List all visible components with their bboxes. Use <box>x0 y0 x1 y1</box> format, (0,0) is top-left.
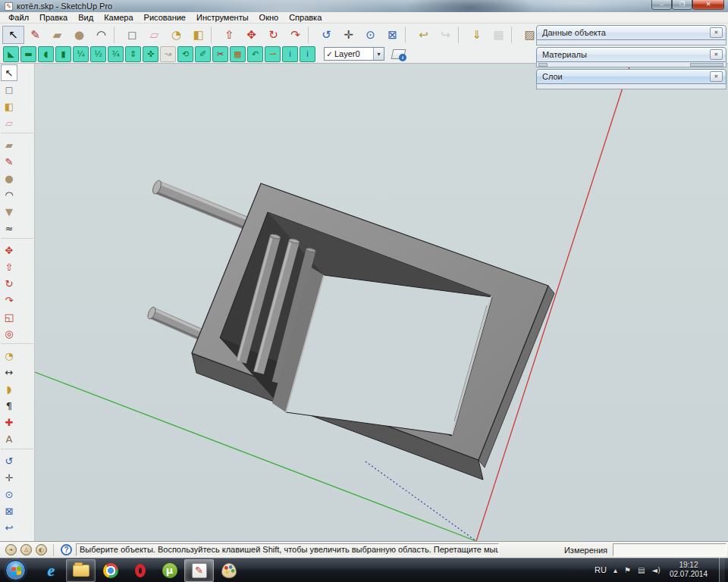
line-tool[interactable]: ✎ <box>24 26 46 44</box>
rectangle-tool[interactable]: ▰ <box>46 26 68 44</box>
plugin-wedge-tool[interactable]: ◣ <box>3 46 19 62</box>
menu-camera[interactable]: Камера <box>99 12 138 23</box>
text-tool[interactable]: ¶ <box>1 397 17 414</box>
push-pull-tool[interactable]: ⇧ <box>218 26 240 44</box>
dimension-tool[interactable]: ↔ <box>1 364 17 380</box>
taskbar-chrome-button[interactable] <box>96 559 125 582</box>
zoom-tool[interactable]: ⊙ <box>359 26 381 44</box>
close-icon[interactable]: ✕ <box>710 49 723 60</box>
plugin-quarter-tool[interactable]: ¼ <box>73 46 89 62</box>
pan-tool[interactable]: ✛ <box>1 469 17 486</box>
circle-tool[interactable]: ● <box>68 26 90 44</box>
move-tool[interactable]: ✥ <box>240 26 262 44</box>
credits-status-icon[interactable]: ♙ <box>20 544 32 555</box>
plugin-swirl-tool[interactable]: ↝ <box>160 46 176 62</box>
plugin-rotate-box-tool[interactable]: ⟲ <box>177 46 193 62</box>
close-button[interactable]: ✕ <box>692 0 724 10</box>
push-pull-tool[interactable]: ⇧ <box>1 258 17 275</box>
next-view-button[interactable]: ↪ <box>435 26 457 44</box>
scale-tool[interactable]: ◱ <box>1 308 17 325</box>
arc-tool[interactable]: ◠ <box>90 26 112 44</box>
plugin-undo-tool[interactable]: ↶ <box>247 46 263 62</box>
menu-file[interactable]: Файл <box>3 12 34 23</box>
language-indicator[interactable]: RU <box>595 565 607 574</box>
rotate-tool[interactable]: ↻ <box>262 26 284 44</box>
volume-icon[interactable]: ◄) <box>651 566 661 574</box>
plugin-half-cylinder-tool[interactable]: ◖ <box>38 46 54 62</box>
menu-draw[interactable]: Рисование <box>139 12 191 23</box>
taskbar-ie-button[interactable]: e <box>36 559 66 582</box>
close-icon[interactable]: ✕ <box>710 71 723 82</box>
eraser-tool[interactable]: ▱ <box>1 114 17 131</box>
move-tool[interactable]: ✥ <box>1 242 17 258</box>
rotate-tool[interactable]: ↻ <box>1 275 17 292</box>
measurements-input[interactable] <box>613 543 726 556</box>
minimize-button[interactable]: – <box>651 0 672 10</box>
chevron-down-icon[interactable]: ▾ <box>373 48 384 60</box>
layer-dropdown[interactable]: ✓ Layer0 ▾ <box>324 47 384 61</box>
offset-tool[interactable]: ↷ <box>284 26 306 44</box>
menu-edit[interactable]: Правка <box>34 12 73 23</box>
menu-help[interactable]: Справка <box>284 12 327 23</box>
arc-tool[interactable]: ◠ <box>1 186 17 203</box>
follow-me-tool[interactable]: ↷ <box>1 292 17 308</box>
taskbar-explorer-button[interactable] <box>66 559 96 582</box>
panel-title-bar[interactable]: Материалы ✕ <box>536 47 726 62</box>
tape-measure-tool[interactable]: ◔ <box>165 26 187 44</box>
plugin-bar-tool[interactable]: ▮ <box>55 46 71 62</box>
taskbar-opera-button[interactable] <box>125 559 155 582</box>
zoom-previous-tool[interactable]: ↩ <box>1 519 17 536</box>
paint-bucket-tool[interactable]: ◧ <box>187 26 209 44</box>
select-tool[interactable]: ↖ <box>2 26 24 44</box>
plugin-info-b-tool[interactable]: i <box>300 46 315 62</box>
plugin-info-a-tool[interactable]: i <box>282 46 298 62</box>
taskbar-sketchup-button[interactable]: ✎ <box>184 559 214 582</box>
taskbar-paint-button[interactable] <box>214 559 243 582</box>
offset-tool[interactable]: ◎ <box>1 325 17 342</box>
previous-view-button[interactable]: ↩ <box>413 26 435 44</box>
show-desktop-button[interactable] <box>719 558 725 582</box>
network-icon[interactable]: ▤ <box>638 566 645 574</box>
help-icon[interactable]: ? <box>61 544 72 555</box>
taskbar-clock[interactable]: 19:12 02.07.2014 <box>670 561 708 579</box>
plugin-frame-tool[interactable]: ▦ <box>230 46 246 62</box>
polygon-tool[interactable]: ▼ <box>1 203 17 220</box>
plugin-brick-tool[interactable]: ▬ <box>20 46 36 62</box>
add-location-button[interactable]: ⇓ <box>466 26 488 44</box>
claim-credit-status-icon[interactable]: ◐ <box>36 544 47 555</box>
plugin-edit-plan-tool[interactable]: ✐ <box>195 46 211 62</box>
plugin-arrow-tool[interactable]: ⇀ <box>265 46 281 62</box>
menu-view[interactable]: Вид <box>73 12 99 23</box>
menu-window[interactable]: Окно <box>254 12 284 23</box>
title-bar[interactable]: ✎ котёл.skp - SketchUp Pro – ❐ ✕ <box>0 0 728 12</box>
modeling-viewport[interactable] <box>35 64 728 541</box>
line-tool[interactable]: ✎ <box>1 153 17 170</box>
zoom-extents-tool[interactable]: ⊠ <box>381 26 403 44</box>
zoom-extents-tool[interactable]: ⊠ <box>1 502 17 519</box>
start-button[interactable] <box>2 559 29 581</box>
freehand-tool[interactable]: ≈ <box>1 220 17 236</box>
layer-manager-button[interactable]: i <box>388 45 408 62</box>
plugin-three-quarter-tool[interactable]: ¾ <box>108 46 124 62</box>
menu-tools[interactable]: Инструменты <box>191 12 254 23</box>
geolocation-status-icon[interactable]: ❧ <box>5 544 17 555</box>
plugin-center-align-tool[interactable]: ✜ <box>143 46 158 62</box>
action-center-flag-icon[interactable]: ⚑ <box>624 566 631 574</box>
make-component-tool[interactable]: ◻ <box>121 26 143 44</box>
panel-title-bar[interactable]: Данные объекта ✕ <box>536 25 726 40</box>
hidden-icons-chevron[interactable]: ▴ <box>613 566 617 574</box>
plugin-cut-tool[interactable]: ✂ <box>212 46 228 62</box>
axes-tool[interactable]: ✚ <box>1 414 17 430</box>
pan-tool[interactable]: ✛ <box>337 26 359 44</box>
rectangle-tool[interactable]: ▰ <box>1 136 17 153</box>
toggle-terrain-button[interactable]: ▦ <box>488 26 510 44</box>
close-icon[interactable]: ✕ <box>710 27 723 38</box>
paint-bucket-tool[interactable]: ◧ <box>1 98 17 114</box>
plugin-half-tool[interactable]: ½ <box>90 46 106 62</box>
zoom-tool[interactable]: ⊙ <box>1 486 17 502</box>
3d-text-tool[interactable]: A <box>1 430 17 447</box>
make-component-tool[interactable]: ◻ <box>1 81 17 98</box>
eraser-tool[interactable]: ▱ <box>143 26 165 44</box>
tape-measure-tool[interactable]: ◔ <box>1 347 17 364</box>
circle-tool[interactable]: ● <box>1 170 17 186</box>
